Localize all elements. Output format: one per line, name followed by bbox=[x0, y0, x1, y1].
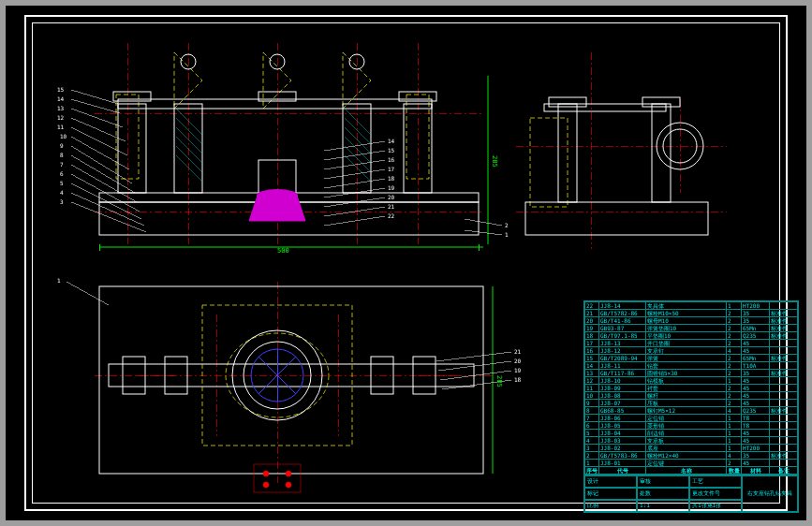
bom-cell: 2 bbox=[727, 310, 742, 317]
bom-cell: 9 bbox=[585, 400, 599, 407]
callout: 1 bbox=[505, 231, 509, 238]
callout: 1 bbox=[57, 277, 61, 284]
bom-cell: 12 bbox=[585, 377, 599, 385]
callout: 21 bbox=[388, 203, 394, 210]
dim-overall-width: 500 bbox=[277, 247, 289, 255]
bom-cell: 2 bbox=[727, 460, 742, 467]
svg-line-67 bbox=[71, 118, 125, 141]
callout: 12 bbox=[57, 114, 64, 121]
bom-row: 14JJ8-11钻套2T10A bbox=[585, 362, 798, 370]
svg-point-63 bbox=[286, 482, 291, 488]
svg-line-76 bbox=[71, 202, 146, 232]
svg-point-60 bbox=[263, 471, 269, 476]
bom-row: 18GB/T97.1-85平垫圈102Q235标准件 bbox=[585, 332, 798, 340]
bom-cell: 35 bbox=[742, 452, 770, 460]
svg-rect-41 bbox=[544, 104, 666, 111]
bom-cell: 45 bbox=[742, 400, 770, 407]
svg-rect-40 bbox=[642, 97, 680, 107]
svg-point-54 bbox=[257, 189, 298, 202]
bom-cell bbox=[770, 422, 798, 430]
bom-cell: 标准件 bbox=[770, 452, 798, 460]
svg-line-86 bbox=[465, 219, 502, 226]
section-lines bbox=[99, 76, 493, 474]
callout: 22 bbox=[388, 212, 394, 219]
bom-cell: 夹具体 bbox=[646, 302, 727, 310]
bom-cell: 开口垫圈 bbox=[646, 340, 727, 347]
bom-cell: 19 bbox=[585, 325, 599, 332]
svg-line-74 bbox=[71, 183, 141, 219]
svg-line-80 bbox=[324, 169, 385, 179]
bom-row: 15GB/T2089-94弹簧265Mn标准件 bbox=[585, 355, 798, 362]
bom-cell: Q235 bbox=[742, 407, 770, 415]
bom-cell: 65Mn bbox=[742, 325, 770, 332]
bom-row: 10JJ8-08螺杆245 bbox=[585, 392, 798, 400]
bom-cell: 标准件 bbox=[770, 407, 798, 415]
svg-rect-36 bbox=[525, 202, 708, 235]
bom-cell: JJ8-12 bbox=[599, 347, 646, 355]
bom-cell bbox=[770, 445, 798, 452]
bom-row: 16JJ8-12支承钉445 bbox=[585, 347, 798, 355]
tb-scale-label: 比例 bbox=[584, 500, 637, 512]
bom-cell: 支承钉 bbox=[646, 347, 727, 355]
bom-cell: HT200 bbox=[742, 445, 770, 452]
svg-line-70 bbox=[71, 146, 132, 183]
bom-cell: 14 bbox=[585, 362, 599, 370]
model-space-canvas[interactable]: 15 14 13 12 11 10 9 8 7 6 5 4 3 14 15 16… bbox=[6, 6, 806, 520]
callout: 14 bbox=[57, 95, 64, 102]
bom-cell bbox=[770, 430, 798, 437]
bom-row: 12JJ8-10钻模板145 bbox=[585, 377, 798, 385]
svg-line-90 bbox=[438, 361, 511, 371]
bom-cell: 7 bbox=[585, 415, 599, 422]
bom-cell: 2 bbox=[727, 400, 742, 407]
bom-cell: 2 bbox=[727, 385, 742, 392]
bom-cell bbox=[770, 362, 798, 370]
bom-cell: JJ8-13 bbox=[599, 340, 646, 347]
svg-rect-44 bbox=[99, 286, 483, 474]
bom-h-name: 名称 bbox=[646, 467, 727, 475]
title-block: 设计 审核 工艺 右支座钻孔钻夹具 标记 处数 更改文件号 比例 1:1 共1张… bbox=[584, 475, 798, 512]
callout: 18 bbox=[388, 175, 394, 182]
svg-line-75 bbox=[71, 193, 144, 226]
bom-cell: 1 bbox=[727, 302, 742, 310]
bom-cell: 压板 bbox=[646, 400, 727, 407]
callout: 11 bbox=[57, 124, 64, 130]
bom-cell: GB/T2089-94 bbox=[599, 355, 646, 362]
bom-cell: GB68-85 bbox=[599, 407, 646, 415]
bom-cell: 定位销 bbox=[646, 415, 727, 422]
drawing-title: 右支座钻孔钻夹具 bbox=[742, 475, 798, 512]
bom-row: 5JJ8-04削边销145 bbox=[585, 430, 798, 437]
bom-cell: 4 bbox=[727, 452, 742, 460]
bom-cell: 平垫圈10 bbox=[646, 332, 727, 340]
bom-cell: GB/T41-86 bbox=[599, 317, 646, 325]
bom-cell bbox=[770, 385, 798, 392]
bom-h-rem: 备注 bbox=[770, 467, 798, 475]
bom-cell: 2 bbox=[727, 317, 742, 325]
dim-overall-height: 285 bbox=[491, 155, 498, 168]
bom-cell: JJ8-11 bbox=[599, 362, 646, 370]
bom-cell: GB/T5783-86 bbox=[599, 452, 646, 460]
svg-point-61 bbox=[286, 471, 291, 476]
bom-cell: 45 bbox=[742, 340, 770, 347]
bom-row: 19GB93-87弹簧垫圈10265Mn标准件 bbox=[585, 325, 798, 332]
bom-cell: 支承板 bbox=[646, 437, 727, 445]
svg-line-71 bbox=[71, 155, 135, 193]
bom-cell: 2 bbox=[727, 355, 742, 362]
leader-lines bbox=[66, 90, 511, 389]
callout: 6 bbox=[60, 170, 64, 177]
callout: 15 bbox=[388, 147, 394, 153]
bom-cell: GB93-87 bbox=[599, 325, 646, 332]
bom-cell: JJ8-06 bbox=[599, 415, 646, 422]
bom-row: 17JJ8-13开口垫圈245 bbox=[585, 340, 798, 347]
bom-cell: 45 bbox=[742, 347, 770, 355]
bom-cell: 2 bbox=[727, 340, 742, 347]
bom-header-row: 序号 代号 名称 数量 材料 备注 bbox=[585, 467, 798, 475]
bom-cell bbox=[770, 302, 798, 310]
bom-cell: 17 bbox=[585, 340, 599, 347]
bom-cell: 45 bbox=[742, 385, 770, 392]
callout: 20 bbox=[388, 194, 394, 200]
callout: 3 bbox=[60, 198, 64, 205]
bom-cell: 11 bbox=[585, 385, 599, 392]
bom-cell: 标准件 bbox=[770, 332, 798, 340]
svg-point-62 bbox=[263, 482, 269, 488]
callout: 15 bbox=[57, 86, 64, 93]
